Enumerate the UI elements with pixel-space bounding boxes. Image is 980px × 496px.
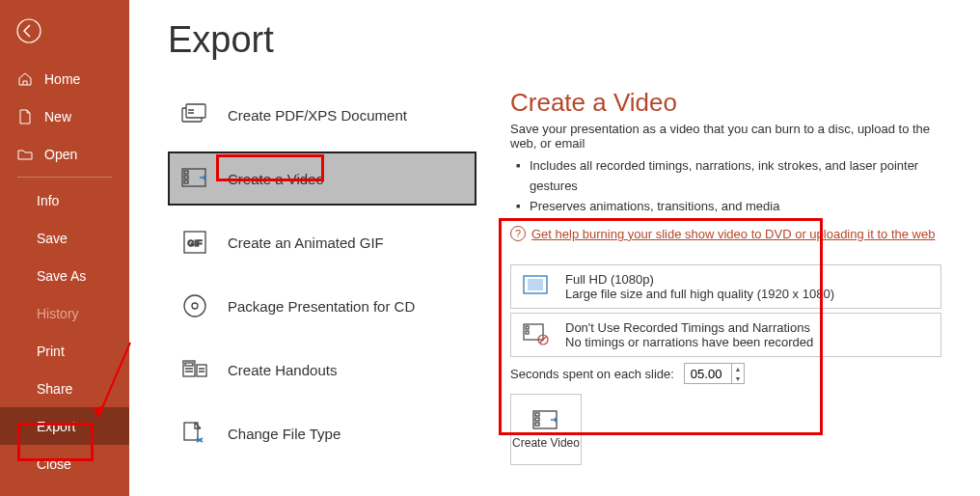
nav-export[interactable]: Export — [0, 407, 129, 445]
seconds-spinner[interactable]: ▲ ▼ — [684, 363, 745, 384]
nav-open-label: Open — [44, 147, 77, 162]
new-icon — [17, 109, 33, 124]
nav-save[interactable]: Save — [0, 219, 129, 257]
svg-rect-5 — [184, 176, 188, 179]
help-link[interactable]: Get help burning your slide show video t… — [531, 227, 935, 241]
create-video-label: Create Video — [512, 436, 580, 450]
nav-open[interactable]: Open — [0, 135, 129, 173]
bullet-2: Preserves animations, transitions, and m… — [510, 197, 941, 217]
backstage-sidebar: Home New Open Info Save Save As History … — [0, 0, 129, 496]
cd-icon — [179, 290, 210, 321]
export-handouts-label: Create Handouts — [228, 362, 337, 378]
nav-info[interactable]: Info — [0, 181, 129, 219]
info-icon: ? — [510, 226, 526, 241]
nav-print[interactable]: Print — [0, 332, 129, 370]
video-icon — [179, 163, 210, 194]
export-pdf-label: Create PDF/XPS Document — [228, 107, 407, 124]
detail-bullets: Includes all recorded timings, narration… — [510, 156, 941, 216]
timings-selector[interactable]: Don't Use Recorded Timings and Narration… — [510, 313, 941, 357]
seconds-label: Seconds spent on each slide: — [510, 367, 674, 381]
svg-rect-18 — [526, 326, 529, 329]
svg-rect-19 — [526, 331, 529, 334]
nav-share[interactable]: Share — [0, 370, 129, 407]
nav-save-as[interactable]: Save As — [0, 257, 129, 294]
change-type-icon — [179, 418, 210, 449]
nav-divider — [17, 177, 112, 178]
seconds-input[interactable] — [685, 364, 731, 383]
create-video-icon — [531, 409, 560, 432]
export-change-file-type[interactable]: Change File Type — [168, 406, 476, 460]
svg-rect-24 — [535, 423, 539, 426]
back-button[interactable] — [6, 8, 52, 54]
content-panel: Export Create PDF/XPS Document Create a … — [129, 0, 980, 496]
monitor-icon — [521, 271, 552, 302]
export-change-type-label: Change File Type — [228, 426, 340, 442]
page-title: Export — [168, 19, 941, 61]
no-timings-icon — [521, 319, 552, 350]
gif-icon: GIF — [179, 227, 210, 258]
detail-panel: Create a Video Save your presentation as… — [510, 88, 941, 465]
svg-rect-16 — [528, 279, 543, 290]
nav-home-label: Home — [44, 71, 80, 87]
export-type-list: Create PDF/XPS Document Create a Video G… — [168, 88, 476, 465]
detail-title: Create a Video — [510, 88, 941, 118]
svg-rect-12 — [185, 363, 193, 366]
svg-text:GIF: GIF — [188, 238, 204, 248]
home-icon — [17, 71, 33, 87]
quality-line1: Full HD (1080p) — [565, 272, 834, 287]
open-icon — [17, 147, 33, 162]
svg-rect-4 — [184, 171, 188, 174]
export-gif-label: Create an Animated GIF — [228, 234, 384, 251]
create-video-button[interactable]: Create Video — [510, 394, 582, 465]
svg-point-10 — [192, 303, 198, 309]
svg-point-9 — [184, 295, 205, 317]
nav-history[interactable]: History — [0, 294, 129, 332]
svg-rect-13 — [197, 365, 206, 376]
nav-new-label: New — [44, 109, 71, 124]
svg-rect-6 — [184, 180, 188, 183]
timings-line1: Don't Use Recorded Timings and Narration… — [565, 320, 813, 335]
export-package-cd[interactable]: Package Presentation for CD — [168, 279, 476, 333]
detail-desc: Save your presentation as a video that y… — [510, 122, 941, 151]
export-pdf-xps[interactable]: Create PDF/XPS Document — [168, 88, 476, 142]
nav-close[interactable]: Close — [0, 445, 129, 482]
export-animated-gif[interactable]: GIF Create an Animated GIF — [168, 215, 476, 269]
quality-line2: Large file size and full high quality (1… — [565, 287, 834, 301]
export-video-label: Create a Video — [228, 171, 324, 187]
export-create-video[interactable]: Create a Video — [168, 152, 476, 206]
export-package-label: Package Presentation for CD — [228, 298, 415, 315]
export-handouts[interactable]: Create Handouts — [168, 343, 476, 397]
timings-line2: No timings or narrations have been recor… — [565, 335, 813, 349]
pdf-icon — [179, 99, 210, 130]
handouts-icon — [179, 354, 210, 385]
svg-rect-14 — [184, 423, 198, 440]
svg-rect-22 — [535, 413, 539, 416]
spinner-up[interactable]: ▲ — [732, 364, 744, 373]
svg-rect-2 — [186, 104, 205, 118]
quality-selector[interactable]: Full HD (1080p) Large file size and full… — [510, 264, 941, 309]
svg-rect-23 — [535, 418, 539, 421]
spinner-down[interactable]: ▼ — [732, 373, 744, 383]
svg-point-0 — [17, 19, 41, 42]
nav-home[interactable]: Home — [0, 60, 129, 97]
bullet-1: Includes all recorded timings, narration… — [510, 156, 941, 197]
nav-new[interactable]: New — [0, 97, 129, 135]
